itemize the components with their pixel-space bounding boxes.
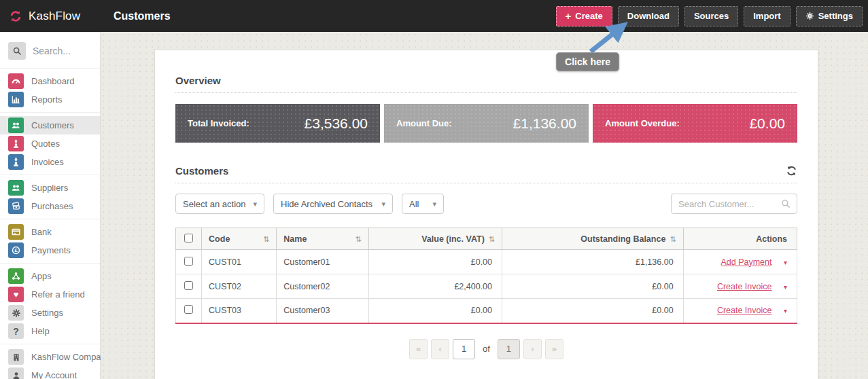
row-action-link[interactable]: Add Payment [721, 257, 771, 267]
sources-button[interactable]: Sources [684, 6, 738, 26]
sidebar-item-apps[interactable]: Apps [0, 267, 100, 285]
sidebar-item-purchases[interactable]: Purchases [0, 197, 100, 215]
top-bar: KashFlow Customers Create Download Sourc… [0, 0, 868, 32]
people-icon [8, 180, 24, 196]
caret-down-icon[interactable]: ▾ [784, 283, 787, 291]
cell-value: £0.00 [368, 299, 502, 323]
cell-code: CUST02 [202, 274, 277, 299]
column-header-name[interactable]: Name [283, 234, 307, 244]
archived-filter-value: Hide Archived Contacts [281, 199, 372, 209]
sidebar-item-bank[interactable]: Bank [0, 223, 100, 241]
topbar-actions: Create Download Sources Import Settings [556, 6, 868, 26]
sidebar-item-label: My Account [31, 370, 77, 379]
sidebar-item-label: Refer a friend [31, 289, 85, 300]
sort-arrows-icon[interactable] [670, 234, 676, 244]
sidebar-item-kashflow-company[interactable]: KashFlow Company [0, 348, 100, 366]
sidebar-item-label: Suppliers [31, 183, 68, 193]
sidebar-item-refer-a-friend[interactable]: Refer a friend [0, 285, 100, 304]
bank-card-icon [8, 224, 24, 240]
customer-search-input[interactable] [678, 199, 780, 209]
sidebar-group-main: Dashboard Reports [0, 69, 100, 113]
sidebar-group-misc: Apps Refer a friend Settings Help [0, 264, 100, 344]
overview-heading: Overview [175, 75, 797, 93]
caret-down-icon[interactable]: ▾ [784, 259, 787, 266]
settings-button[interactable]: Settings [796, 6, 863, 26]
sidebar-item-label: Dashboard [31, 76, 75, 86]
people-icon [8, 118, 24, 133]
sidebar-item-dashboard[interactable]: Dashboard [0, 72, 100, 90]
cell-name: Customer02 [277, 274, 368, 299]
dashboard-gauge-icon [8, 73, 24, 89]
coin-icon: £ [8, 242, 24, 258]
stat-label: Amount Due: [396, 118, 452, 128]
pagination-prev-button[interactable]: ‹ [431, 339, 449, 359]
overview-title: Overview [175, 75, 221, 86]
person-icon [8, 367, 24, 379]
plus-icon [566, 10, 572, 22]
caret-down-icon[interactable]: ▾ [784, 307, 787, 314]
column-header-value[interactable]: Value (inc. VAT) [421, 234, 485, 244]
row-action-link[interactable]: Create Invoice [717, 306, 772, 315]
sidebar-item-my-account[interactable]: My Account [0, 366, 100, 379]
row-action-link[interactable]: Create Invoice [717, 282, 772, 291]
pagination-current-input[interactable] [453, 339, 475, 359]
sidebar-item-help[interactable]: Help [0, 322, 100, 340]
share-network-icon [8, 268, 24, 284]
stat-value: £1,136.00 [513, 115, 576, 132]
sidebar-item-label: Bank [31, 227, 52, 237]
sidebar-item-customers[interactable]: Customers [0, 116, 100, 134]
customers-title: Customers [175, 165, 228, 177]
sidebar-item-settings[interactable]: Settings [0, 304, 100, 322]
row-checkbox[interactable] [184, 281, 193, 290]
sidebar-item-invoices[interactable]: Invoices [0, 153, 100, 171]
stat-label: Total Invoiced: [188, 118, 249, 128]
sidebar-group-banking: Bank £ Payments [0, 219, 100, 264]
bar-chart-icon [8, 92, 24, 107]
pagination-first-button[interactable]: « [409, 339, 428, 359]
sidebar-item-suppliers[interactable]: Suppliers [0, 179, 100, 197]
cell-name: Customer03 [277, 299, 368, 323]
table-row: CUST02 Customer02 £2,400.00 £0.00 Create… [176, 274, 797, 299]
sidebar-item-payments[interactable]: £ Payments [0, 241, 100, 259]
sidebar-item-label: Settings [31, 308, 63, 318]
svg-text:£: £ [14, 247, 18, 253]
sidebar-item-reports[interactable]: Reports [0, 90, 100, 109]
sort-arrows-icon[interactable] [263, 234, 269, 244]
archived-filter-select[interactable]: Hide Archived Contacts [273, 194, 393, 214]
sidebar-search-input[interactable] [33, 46, 94, 56]
customer-search-box [671, 194, 797, 214]
column-header-balance[interactable]: Outstanding Balance [580, 234, 665, 244]
pagination-last-button[interactable]: » [545, 339, 563, 359]
table-row: CUST01 Customer01 £0.00 £1,136.00 Add Pa… [176, 250, 797, 274]
import-button-label: Import [753, 11, 780, 21]
cell-balance: £0.00 [502, 299, 684, 323]
sidebar-search [0, 38, 100, 69]
row-checkbox[interactable] [184, 257, 193, 266]
sidebar-item-label: KashFlow Company [31, 352, 110, 362]
pagination-total-button[interactable]: 1 [498, 339, 520, 359]
sidebar-search-button[interactable] [8, 42, 26, 60]
stat-label: Amount Overdue: [605, 118, 680, 128]
pagination-next-button[interactable]: › [523, 339, 542, 359]
sidebar-group-purchasing: Suppliers Purchases [0, 175, 100, 219]
import-button[interactable]: Import [744, 6, 790, 26]
search-icon [12, 46, 22, 56]
action-select[interactable]: Select an action [175, 194, 264, 214]
all-filter-select[interactable]: All [402, 194, 444, 214]
page-title: Customers [114, 10, 171, 22]
sidebar: Dashboard Reports [0, 32, 101, 379]
sort-arrows-icon[interactable] [355, 234, 361, 244]
column-header-code[interactable]: Code [209, 234, 230, 244]
sort-arrows-icon[interactable] [489, 234, 495, 244]
sidebar-item-quotes[interactable]: Quotes [0, 134, 100, 153]
gear-icon [805, 12, 814, 20]
row-checkbox[interactable] [184, 305, 193, 314]
download-button[interactable]: Download [618, 6, 679, 26]
banknotes-icon [8, 198, 24, 214]
refresh-icon[interactable] [786, 165, 797, 177]
cell-balance: £1,136.00 [502, 250, 684, 274]
create-button[interactable]: Create [556, 6, 612, 26]
brand-logo[interactable]: KashFlow [0, 10, 101, 23]
main-content: Overview Total Invoiced: £3,536.00 Amoun… [101, 32, 868, 379]
select-all-checkbox[interactable] [184, 234, 193, 242]
